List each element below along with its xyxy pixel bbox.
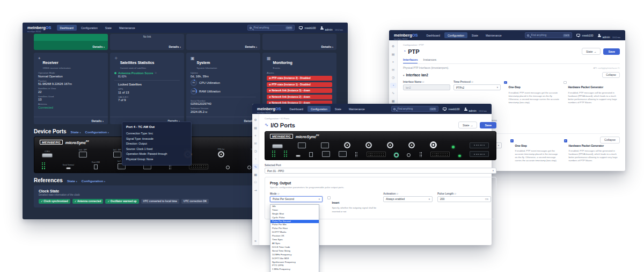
db9-connector[interactable] — [42, 153, 53, 158]
mini-connector[interactable] — [247, 166, 251, 169]
mode-option[interactable]: 1 MHz Frequency — [270, 268, 319, 271]
term-connector[interactable] — [189, 164, 208, 169]
one-step-checkbox[interactable]: ✓ — [510, 139, 514, 142]
collapse-caret-icon[interactable]: ▾ — [403, 74, 405, 77]
collapse-button[interactable]: Collapse — [602, 72, 620, 78]
references-state-link[interactable]: State › — [67, 179, 77, 183]
mini-connector[interactable] — [226, 166, 230, 169]
host-indicator[interactable]: mssb100 — [576, 34, 593, 37]
activation-select[interactable]: Always enabled▾ — [383, 196, 433, 202]
interfaces-icon[interactable]: ▤ — [390, 52, 397, 57]
state-button[interactable]: State → — [582, 48, 601, 55]
nav-state[interactable]: State — [102, 25, 115, 31]
pins-connector[interactable] — [420, 152, 422, 157]
details-link[interactable]: Details › — [169, 45, 181, 48]
selected-port-select[interactable]: Port 31 - PPO▾ — [265, 168, 496, 174]
details-link[interactable]: Details › — [92, 45, 105, 48]
alarm-badge[interactable]: Network link (Instance 3) - down — [267, 88, 332, 93]
search-input[interactable]: Find anything Ctrl K — [391, 106, 438, 112]
mode-select[interactable]: Pulse Per Second▾ — [270, 196, 323, 202]
info-icon[interactable]: ⓘ — [471, 81, 473, 83]
state-button[interactable]: State → — [458, 121, 477, 128]
mode-option[interactable]: DCLS Time Code — [270, 246, 319, 249]
save-button[interactable]: Save — [603, 48, 620, 55]
settings-icon[interactable]: ⚙ — [252, 117, 259, 123]
mode-option[interactable]: PTTI 1PPS — [270, 264, 319, 268]
breadcrumb[interactable]: Configuration › PTP — [403, 44, 620, 46]
nav-dashboard[interactable]: Dashboard — [287, 106, 306, 112]
mode-option[interactable]: Synthesizer Frequency — [270, 261, 319, 264]
nav-maintenance[interactable]: Maintenance — [346, 106, 368, 112]
sfp-connector[interactable] — [79, 152, 87, 158]
status-card-2[interactable]: No link Details › — [110, 34, 184, 50]
mode-option[interactable]: 10 MHz Frequency — [270, 253, 319, 257]
alarm-badge[interactable]: Network link (Instance 2) - down — [267, 95, 332, 99]
led-connector[interactable] — [458, 155, 461, 158]
status-card-3[interactable]: Details › — [186, 34, 260, 50]
nav-state[interactable]: State — [332, 106, 345, 112]
user-menu[interactable]: admin 13:12 min — [320, 23, 343, 33]
nav-maintenance[interactable]: Maintenance — [116, 25, 138, 31]
status-card-1[interactable]: Details › — [34, 34, 108, 50]
sfp-connector[interactable] — [113, 152, 121, 158]
pulse-length-field[interactable]: 200 ms — [437, 196, 491, 202]
search-input[interactable]: Find anything Ctrl K — [247, 25, 295, 31]
sfp-connector[interactable] — [321, 142, 329, 148]
mode-option[interactable]: Single Shot — [270, 212, 319, 216]
term-connector[interactable] — [430, 152, 450, 157]
info-icon[interactable]: ⓘ — [155, 72, 157, 74]
ledgrid-connector[interactable] — [272, 151, 275, 158]
usb-connector[interactable] — [94, 164, 98, 169]
term-connector[interactable] — [367, 152, 386, 157]
mini-connector[interactable] — [407, 153, 411, 157]
hardware-packet-generator-checkbox[interactable]: ✓ — [564, 139, 567, 142]
bnc-connector[interactable] — [344, 142, 350, 148]
mode-option[interactable]: Pulse Per Hour — [270, 227, 319, 231]
alarm-badge[interactable]: PTP state (Instance 2) - Disabled — [267, 76, 332, 81]
led-connector[interactable] — [452, 146, 455, 148]
nav-dashboard[interactable]: Dashboard — [57, 25, 77, 31]
info-icon[interactable]: ⓘ — [422, 81, 425, 83]
mode-option[interactable]: DCF77-like M59 — [270, 257, 319, 261]
mode-option[interactable]: Idle — [270, 205, 319, 209]
ntp-icon[interactable]: ✉ — [252, 141, 259, 146]
references-icon[interactable]: ⌖ — [390, 59, 397, 65]
nav-configuration[interactable]: Configuration — [78, 25, 101, 31]
mode-option[interactable]: DCF77 Marks — [270, 231, 319, 234]
bnc_silver-connector[interactable] — [430, 141, 437, 148]
monitoring-icon[interactable]: ▦ — [252, 172, 259, 177]
nav-maintenance[interactable]: Maintenance — [482, 32, 505, 38]
breadcrumb[interactable]: Configuration › IO Ports — [265, 117, 496, 120]
alarm-badge[interactable]: PTP state (Instance 1) - Disabled — [267, 82, 332, 87]
info-icon[interactable]: ⓘ — [454, 193, 456, 195]
usb-connector[interactable] — [309, 152, 313, 157]
nav-state[interactable]: State — [469, 32, 481, 38]
ledgrid-connector[interactable] — [42, 162, 45, 169]
users-icon[interactable]: ⚇ — [252, 180, 259, 185]
details-link[interactable]: Details › — [186, 117, 260, 124]
host-indicator[interactable]: mssb100 — [299, 26, 316, 30]
usb_micro-connector[interactable] — [296, 155, 301, 157]
mode-option[interactable]: Position OK — [270, 234, 319, 238]
interfaces-icon[interactable]: ▤ — [252, 125, 259, 131]
io-ports-icon[interactable]: ∿ — [252, 164, 259, 169]
info-icon[interactable]: ⓘ — [397, 193, 399, 195]
ptp-icon[interactable]: ◔ — [390, 83, 397, 88]
references-icon[interactable]: ⌖ — [252, 133, 259, 138]
ptp-icon[interactable]: ◔ — [252, 156, 259, 162]
one-step-checkbox[interactable]: ✓ — [504, 81, 507, 84]
user-menu[interactable]: admin 13:12 min — [598, 31, 620, 40]
details-link[interactable]: Details › — [245, 45, 257, 48]
status-card-4[interactable]: Details › — [262, 34, 336, 50]
usb_micro-connector[interactable] — [66, 167, 71, 169]
monitoring-icon[interactable]: ▦ — [390, 98, 397, 104]
host-indicator[interactable]: mssb100 — [443, 108, 459, 111]
mode-option[interactable]: Timer — [270, 209, 319, 212]
sfp-connector[interactable] — [339, 151, 347, 157]
mode-option[interactable]: Pulse Per Second — [270, 220, 319, 224]
device-ports-config-link[interactable]: Configuration › — [85, 130, 109, 134]
pins-connector[interactable] — [355, 152, 357, 157]
nav-configuration[interactable]: Configuration — [308, 106, 331, 112]
mode-option[interactable]: Serial Time String — [270, 249, 319, 253]
nav-configuration[interactable]: Configuration — [444, 32, 467, 38]
